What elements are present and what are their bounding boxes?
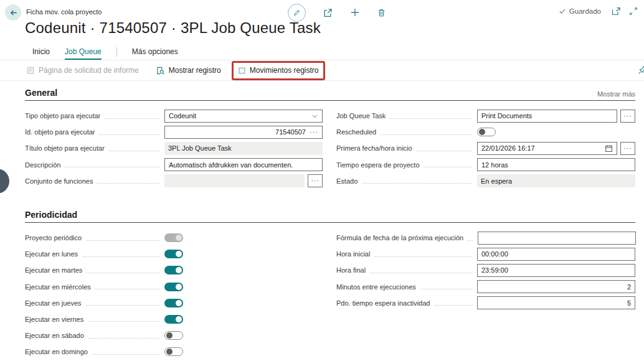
general-right-column: Job Queue Task Print Documents ··· Resch…: [336, 108, 635, 189]
earliest-start-label: Primera fecha/hora inicio: [336, 144, 412, 152]
new-button[interactable]: [350, 7, 360, 17]
run-sunday-toggle[interactable]: [164, 347, 183, 356]
open-in-window-icon[interactable]: [611, 6, 621, 16]
back-button[interactable]: [5, 4, 21, 21]
field-run-wednesday: Ejecutar en miércoles: [25, 279, 323, 295]
plus-icon: [350, 7, 360, 17]
run-saturday-label: Ejecutar en sábado: [25, 332, 84, 339]
resize-icon[interactable]: [629, 7, 638, 16]
run-tuesday-label: Ejecutar en martes: [25, 266, 82, 274]
job-queue-task-input[interactable]: Print Documents: [477, 110, 617, 123]
field-status: Estado En espera: [336, 173, 635, 189]
dotted-leader: [381, 134, 472, 135]
dotted-leader: [86, 305, 160, 306]
object-type-select[interactable]: Codeunit: [164, 110, 323, 123]
run-thursday-toggle[interactable]: [164, 299, 183, 307]
trash-icon: [377, 8, 386, 17]
dotted-leader: [109, 151, 159, 151]
dotted-leader: [417, 151, 472, 151]
dotted-leader: [88, 338, 159, 339]
general-section-header: General Mostrar más: [25, 88, 635, 101]
tab-inicio[interactable]: Inicio: [32, 47, 50, 60]
minutes-between-runs-label: Minutos entre ejecuciones: [336, 283, 416, 291]
log-entries-action[interactable]: Movimientos registro: [238, 66, 319, 75]
page-caption: Ficha mov. cola proyecto: [26, 8, 102, 16]
earliest-start-assist-button[interactable]: ···: [620, 142, 635, 155]
dotted-leader: [370, 273, 472, 273]
description-input[interactable]: Automatisch afdrukken van documenten.: [164, 158, 323, 171]
delete-button[interactable]: [377, 8, 386, 17]
rescheduled-toggle[interactable]: [477, 128, 496, 136]
dotted-leader: [434, 305, 472, 306]
assist-edit-icon[interactable]: ···: [310, 128, 318, 136]
field-rescheduled: Rescheduled: [336, 124, 635, 140]
field-next-run-formula: Fórmula de fecha de la próxima ejecución: [336, 230, 635, 246]
inactivity-timeout-input[interactable]: 5: [477, 296, 635, 309]
job-queue-task-label: Job Queue Task: [336, 112, 386, 120]
job-queue-task-assist-button[interactable]: ···: [620, 110, 635, 123]
run-tuesday-toggle[interactable]: [164, 266, 183, 274]
run-saturday-toggle[interactable]: [164, 331, 183, 340]
field-function-set: Conjunto de funciones ···: [25, 173, 323, 189]
function-set-assist-button[interactable]: ···: [308, 174, 323, 187]
dotted-leader: [424, 167, 473, 167]
save-status: Guardado: [559, 7, 601, 15]
field-object-caption: Título objeto para ejecutar 3PL Job Queu…: [25, 140, 323, 156]
dotted-leader: [92, 354, 159, 355]
field-run-tuesday: Ejecutar en martes: [25, 262, 323, 278]
object-id-input[interactable]: 71540507 ···: [164, 126, 323, 139]
field-recurring-job: Proyecto periódico: [25, 230, 323, 246]
show-more-link[interactable]: Mostrar más: [597, 90, 635, 98]
log-entries-label: Movimientos registro: [250, 66, 319, 75]
job-timeout-input[interactable]: 12 horas: [477, 158, 635, 171]
square-icon: [238, 67, 246, 75]
page-content: General Mostrar más Tipo objeto para eje…: [0, 88, 644, 360]
end-time-label: Hora final: [336, 266, 366, 274]
tab-mas-opciones[interactable]: Más opciones: [132, 47, 178, 60]
saved-check-icon: [559, 7, 566, 15]
field-end-time: Hora final 23:59:00: [336, 262, 635, 278]
chevron-down-icon[interactable]: [311, 113, 318, 120]
recurring-job-toggle: [164, 233, 183, 242]
dotted-leader: [420, 289, 472, 289]
page-header: Ficha mov. cola proyecto: [0, 0, 644, 25]
field-object-type: Tipo objeto para ejecutar Codeunit: [25, 108, 323, 124]
next-run-formula-input[interactable]: [478, 232, 636, 245]
general-left-column: Tipo objeto para ejecutar Codeunit Id. o…: [25, 108, 323, 189]
next-run-formula-label: Fórmula de fecha de la próxima ejecución: [336, 234, 463, 241]
start-time-input[interactable]: 00:00:00: [477, 248, 635, 261]
tab-job-queue[interactable]: Job Queue: [65, 47, 102, 60]
object-id-label: Id. objeto para ejecutar: [25, 128, 95, 136]
run-friday-toggle[interactable]: [164, 315, 183, 324]
minutes-between-runs-input[interactable]: 2: [477, 280, 635, 293]
dotted-leader: [374, 256, 472, 257]
pencil-icon: [293, 9, 301, 17]
general-fields: Tipo objeto para ejecutar Codeunit Id. o…: [25, 108, 635, 189]
run-monday-toggle[interactable]: [164, 250, 183, 258]
run-sunday-label: Ejecutar en domingo: [25, 348, 88, 355]
calendar-icon[interactable]: [605, 144, 613, 152]
dotted-leader: [390, 118, 472, 119]
end-time-input[interactable]: 23:59:00: [477, 264, 635, 277]
run-wednesday-toggle[interactable]: [164, 283, 183, 291]
field-description: Descripción Automatisch afdrukken van do…: [25, 157, 323, 173]
earliest-start-input[interactable]: 22/01/2026 16:17: [477, 142, 617, 155]
page-title: Codeunit · 71540507 · 3PL Job Queue Task: [25, 19, 321, 37]
dotted-leader: [468, 240, 473, 241]
document-search-icon: [156, 66, 165, 75]
dotted-leader: [100, 134, 159, 135]
report-request-page-label: Página de solicitud de informe: [39, 66, 139, 75]
pin-icon[interactable]: [638, 65, 644, 75]
field-object-id: Id. objeto para ejecutar 71540507 ···: [25, 124, 323, 140]
description-label: Descripción: [25, 161, 60, 169]
action-bar: Página de solicitud de informe Mostrar r…: [0, 60, 644, 81]
run-wednesday-label: Ejecutar en miércoles: [25, 283, 91, 291]
dotted-leader: [105, 118, 159, 119]
field-run-saturday: Ejecutar en sábado: [25, 327, 323, 344]
share-button[interactable]: [323, 7, 333, 18]
show-log-action[interactable]: Mostrar registro: [156, 66, 221, 75]
recurring-job-label: Proyecto periódico: [25, 234, 82, 241]
general-section-title: General: [25, 88, 57, 98]
run-friday-label: Ejecutar en viernes: [25, 316, 83, 323]
periodicity-section-title: Periodicidad: [25, 210, 77, 220]
